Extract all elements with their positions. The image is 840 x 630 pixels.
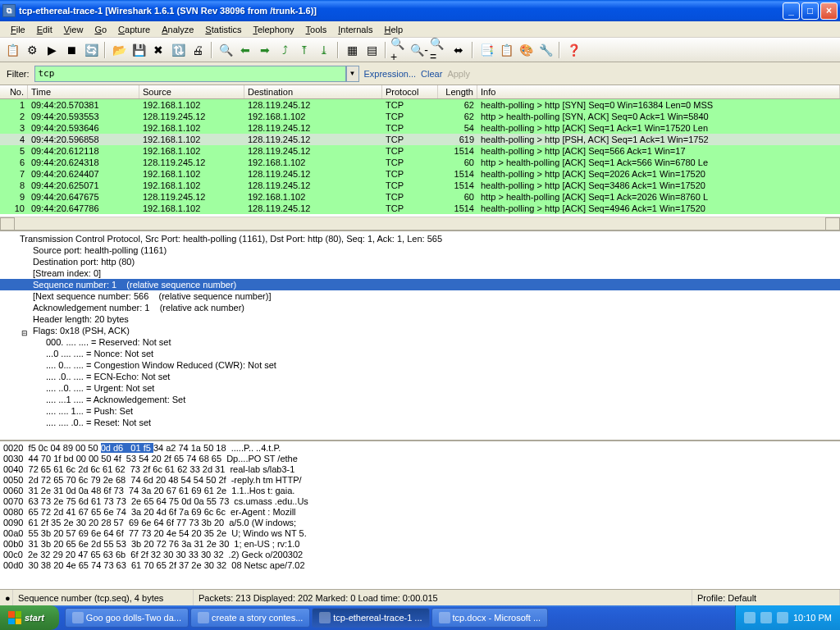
taskbar-item[interactable]: tcp-ethereal-trace-1 ... bbox=[312, 608, 429, 628]
hex-line[interactable]: 0080 65 72 2d 41 67 65 6e 74 3a 20 4d 6f… bbox=[3, 507, 837, 518]
filter-dropdown-icon[interactable]: ▼ bbox=[346, 66, 359, 82]
detail-line[interactable]: .... 0... .... = Congestion Window Reduc… bbox=[0, 359, 840, 371]
zoom-in-icon[interactable]: 🔍+ bbox=[390, 41, 409, 59]
start-button[interactable]: start bbox=[0, 605, 59, 630]
resize-columns-icon[interactable]: ⬌ bbox=[450, 41, 468, 59]
expression-link[interactable]: Expression... bbox=[364, 69, 417, 79]
detail-line[interactable]: [Stream index: 0] bbox=[0, 267, 840, 279]
taskbar-item[interactable]: Goo goo dolls-Two da... bbox=[65, 608, 189, 628]
table-row[interactable]: 409:44:20.596858192.168.1.102128.119.245… bbox=[0, 134, 840, 145]
hex-line[interactable]: 0060 31 2e 31 0d 0a 48 6f 73 74 3a 20 67… bbox=[3, 486, 837, 496]
menu-analyze[interactable]: Analyze bbox=[156, 23, 199, 36]
reload-icon[interactable]: 🔃 bbox=[169, 41, 187, 59]
detail-line[interactable]: .... .0.. .... = ECN-Echo: Not set bbox=[0, 371, 840, 382]
table-row[interactable]: 609:44:20.624318128.119.245.12192.168.1.… bbox=[0, 157, 840, 168]
apply-link[interactable]: Apply bbox=[447, 69, 470, 79]
table-row[interactable]: 209:44:20.593553128.119.245.12192.168.1.… bbox=[0, 111, 840, 122]
table-row[interactable]: 809:44:20.625071192.168.1.102128.119.245… bbox=[0, 180, 840, 191]
stop-capture-icon[interactable]: ⏹ bbox=[62, 41, 80, 59]
go-last-icon[interactable]: ⤓ bbox=[315, 41, 333, 59]
go-back-icon[interactable]: ⬅ bbox=[236, 41, 254, 59]
hex-line[interactable]: 0090 61 2f 35 2e 30 20 28 57 69 6e 64 6f… bbox=[3, 518, 837, 528]
minimize-button[interactable]: _ bbox=[783, 2, 800, 20]
tray-icon[interactable] bbox=[777, 612, 788, 623]
coloring-rules-icon[interactable]: 🎨 bbox=[517, 41, 535, 59]
maximize-button[interactable]: □ bbox=[801, 2, 819, 20]
interfaces-icon[interactable]: 📋 bbox=[3, 41, 21, 59]
system-tray[interactable]: 10:10 PM bbox=[735, 605, 840, 630]
col-protocol[interactable]: Protocol bbox=[382, 85, 438, 98]
hex-line[interactable]: 00b0 31 3b 20 65 6e 2d 55 53 3b 20 72 76… bbox=[3, 539, 837, 550]
menu-internals[interactable]: Internals bbox=[332, 23, 378, 36]
clock[interactable]: 10:10 PM bbox=[793, 613, 832, 623]
hex-line[interactable]: 0050 2d 72 65 70 6c 79 2e 68 74 6d 20 48… bbox=[3, 475, 837, 486]
horizontal-scrollbar[interactable] bbox=[0, 217, 840, 230]
hex-line[interactable]: 0030 44 70 1f bd 00 00 50 4f 53 54 20 2f… bbox=[3, 454, 837, 464]
menu-view[interactable]: View bbox=[58, 23, 89, 36]
detail-line[interactable]: Sequence number: 1 (relative sequence nu… bbox=[0, 279, 840, 290]
table-row[interactable]: 309:44:20.593646192.168.1.102128.119.245… bbox=[0, 122, 840, 134]
col-length[interactable]: Length bbox=[438, 85, 477, 98]
go-to-packet-icon[interactable]: ⤴ bbox=[276, 41, 294, 59]
taskbar-item[interactable]: create a story contes... bbox=[190, 608, 310, 628]
detail-line[interactable]: [Next sequence number: 566 (relative seq… bbox=[0, 290, 840, 302]
status-profile[interactable]: Profile: Default bbox=[692, 590, 840, 605]
tray-icon[interactable] bbox=[760, 612, 772, 623]
menu-statistics[interactable]: Statistics bbox=[199, 23, 247, 36]
find-icon[interactable]: 🔍 bbox=[217, 41, 235, 59]
col-info[interactable]: Info bbox=[477, 85, 840, 98]
taskbar-item[interactable]: tcp.docx - Microsoft ... bbox=[431, 608, 549, 628]
table-row[interactable]: 1009:44:20.647786192.168.1.102128.119.24… bbox=[0, 203, 840, 214]
menu-capture[interactable]: Capture bbox=[112, 23, 156, 36]
hex-line[interactable]: 0040 72 65 61 6c 2d 6c 61 62 73 2f 6c 61… bbox=[3, 464, 837, 475]
table-row[interactable]: 109:44:20.570381192.168.1.102128.119.245… bbox=[0, 99, 840, 111]
table-row[interactable]: 709:44:20.624407192.168.1.102128.119.245… bbox=[0, 168, 840, 180]
detail-line[interactable]: .... .... .0.. = Reset: Not set bbox=[0, 417, 840, 428]
zoom-reset-icon[interactable]: 🔍= bbox=[430, 41, 448, 59]
detail-line[interactable]: Flags: 0x18 (PSH, ACK) bbox=[0, 325, 840, 336]
hex-line[interactable]: 0020 f5 0c 04 89 00 50 0d d6 01 f5 34 a2… bbox=[3, 443, 837, 454]
col-source[interactable]: Source bbox=[139, 85, 244, 98]
close-file-icon[interactable]: ✖ bbox=[149, 41, 167, 59]
detail-line[interactable]: Source port: health-polling (1161) bbox=[0, 244, 840, 256]
start-capture-icon[interactable]: ▶ bbox=[43, 41, 61, 59]
detail-line[interactable]: .... .... 1... = Push: Set bbox=[0, 405, 840, 417]
capture-filter-icon[interactable]: 📑 bbox=[477, 41, 495, 59]
zoom-out-icon[interactable]: 🔍- bbox=[410, 41, 428, 59]
menu-help[interactable]: Help bbox=[378, 23, 409, 36]
packet-bytes-pane[interactable]: 0020 f5 0c 04 89 00 50 0d d6 01 f5 34 a2… bbox=[0, 441, 840, 589]
preferences-icon[interactable]: 🔧 bbox=[536, 41, 555, 59]
packet-details-pane[interactable]: Transmission Control Protocol, Src Port:… bbox=[0, 231, 840, 441]
help-icon[interactable]: ❓ bbox=[564, 41, 582, 59]
filter-input[interactable] bbox=[34, 66, 346, 82]
table-row[interactable]: 509:44:20.612118192.168.1.102128.119.245… bbox=[0, 145, 840, 157]
detail-line[interactable]: ...0 .... .... = Nonce: Not set bbox=[0, 348, 840, 359]
col-no[interactable]: No. bbox=[0, 85, 28, 98]
hex-line[interactable]: 0070 63 73 2e 75 6d 61 73 73 2e 65 64 75… bbox=[3, 496, 837, 507]
options-icon[interactable]: ⚙ bbox=[23, 41, 41, 59]
go-first-icon[interactable]: ⤒ bbox=[295, 41, 313, 59]
menu-file[interactable]: File bbox=[5, 23, 31, 36]
open-file-icon[interactable]: 📂 bbox=[110, 41, 128, 59]
expert-info-icon[interactable]: ● bbox=[0, 590, 13, 605]
clear-link[interactable]: Clear bbox=[421, 69, 442, 79]
hex-line[interactable]: 00c0 2e 32 29 20 47 65 63 6b 6f 2f 32 30… bbox=[3, 550, 837, 560]
close-button[interactable]: × bbox=[820, 2, 838, 20]
detail-line[interactable]: .... ..0. .... = Urgent: Not set bbox=[0, 382, 840, 394]
hex-line[interactable]: 00a0 55 3b 20 57 69 6e 64 6f 77 73 20 4e… bbox=[3, 528, 837, 539]
detail-line[interactable]: Transmission Control Protocol, Src Port:… bbox=[0, 233, 840, 244]
auto-scroll-icon[interactable]: ▤ bbox=[363, 41, 381, 59]
detail-line[interactable]: Destination port: http (80) bbox=[0, 256, 840, 267]
display-filter-icon[interactable]: 📋 bbox=[497, 41, 515, 59]
hex-line[interactable]: 00d0 30 38 20 4e 65 74 73 63 61 70 65 2f… bbox=[3, 560, 837, 571]
detail-line[interactable]: .... ...1 .... = Acknowledgement: Set bbox=[0, 394, 840, 405]
colorize-icon[interactable]: ▦ bbox=[343, 41, 361, 59]
save-file-icon[interactable]: 💾 bbox=[130, 41, 148, 59]
tray-icon[interactable] bbox=[744, 612, 756, 623]
menu-edit[interactable]: Edit bbox=[31, 23, 58, 36]
col-time[interactable]: Time bbox=[28, 85, 139, 98]
col-destination[interactable]: Destination bbox=[244, 85, 382, 98]
menu-go[interactable]: Go bbox=[89, 23, 112, 36]
menu-tools[interactable]: Tools bbox=[300, 23, 333, 36]
table-row[interactable]: 909:44:20.647675128.119.245.12192.168.1.… bbox=[0, 191, 840, 203]
